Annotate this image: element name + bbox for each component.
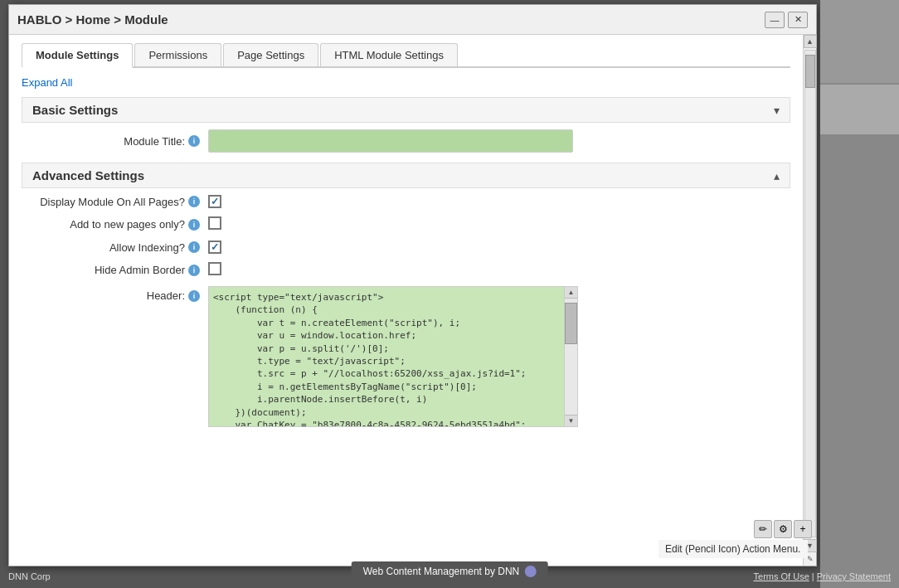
allow-indexing-label: Allow Indexing? i: [26, 241, 208, 254]
header-info-icon[interactable]: i: [188, 290, 200, 302]
action-toolbar: ✏ ⚙ +: [754, 520, 812, 538]
tab-html-module-settings[interactable]: HTML Module Settings: [320, 43, 458, 66]
add-new-pages-checkbox[interactable]: [208, 216, 221, 230]
modal-title: HABLO > Home > Module: [17, 12, 168, 27]
allow-indexing-checkbox[interactable]: [208, 241, 221, 254]
header-textarea-wrap: <script type="text/javascript"> (functio…: [208, 286, 786, 427]
plus-button[interactable]: +: [794, 520, 812, 538]
terms-link[interactable]: Terms Of Use: [754, 571, 809, 581]
display-all-pages-checkbox-wrap: [208, 195, 786, 208]
advanced-settings-body: Display Module On All Pages? i Add to ne…: [22, 195, 790, 427]
header-label: Header: i: [26, 286, 208, 302]
right-panel-mid: [820, 85, 899, 134]
module-title-input[interactable]: [208, 129, 573, 153]
scroll-up-arrow[interactable]: ▲: [804, 35, 817, 48]
hide-admin-border-checkbox[interactable]: [208, 262, 221, 275]
scroll-thumb[interactable]: [805, 55, 815, 88]
copyright-text: DNN Corp: [8, 571, 51, 581]
textarea-scroll-up[interactable]: ▲: [565, 287, 577, 299]
module-title-input-wrap: [208, 129, 786, 153]
hint-text: Edit (Pencil Icon) Action Menu.: [658, 540, 808, 558]
display-all-pages-row: Display Module On All Pages? i: [22, 195, 790, 208]
advanced-settings-title: Advanced Settings: [32, 168, 144, 182]
module-title-label: Module Title: i: [26, 135, 208, 148]
textarea-scroll-thumb[interactable]: [565, 303, 577, 344]
modal-titlebar: HABLO > Home > Module — ✕: [9, 5, 816, 35]
basic-settings-title: Basic Settings: [32, 103, 118, 117]
add-new-pages-row: Add to new pages only? i: [22, 216, 790, 232]
minimize-button[interactable]: —: [765, 12, 785, 28]
right-panel-top: [820, 0, 899, 83]
tab-module-settings[interactable]: Module Settings: [22, 43, 133, 68]
right-side-panel: [820, 0, 899, 588]
basic-settings-header[interactable]: Basic Settings ▾: [22, 97, 790, 123]
modal-body: Module Settings Permissions Page Setting…: [9, 35, 816, 566]
display-all-pages-info-icon[interactable]: i: [188, 196, 200, 207]
pencil-button[interactable]: ✏: [754, 520, 772, 538]
header-textarea[interactable]: <script type="text/javascript"> (functio…: [208, 286, 565, 427]
basic-settings-body: Module Title: i: [22, 129, 790, 153]
textarea-scroll-track: [565, 299, 577, 415]
tabs-bar: Module Settings Permissions Page Setting…: [22, 43, 790, 68]
allow-indexing-info-icon[interactable]: i: [188, 241, 200, 253]
main-content-area: Module Settings Permissions Page Setting…: [9, 35, 803, 566]
hide-admin-border-row: Hide Admin Border i: [22, 262, 790, 278]
allow-indexing-row: Allow Indexing? i: [22, 241, 790, 254]
scroll-track: [804, 50, 816, 537]
advanced-settings-chevron: ▴: [774, 169, 780, 182]
background: HABLO > Home > Module — ✕ Module Setting…: [0, 0, 899, 588]
tab-page-settings[interactable]: Page Settings: [223, 43, 318, 66]
dnn-label: Web Content Management by DNN: [363, 566, 520, 577]
hide-admin-border-label: Hide Admin Border i: [26, 264, 208, 276]
hide-admin-border-checkbox-wrap: [208, 262, 786, 278]
allow-indexing-checkbox-wrap: [208, 241, 786, 254]
advanced-settings-header[interactable]: Advanced Settings ▴: [22, 163, 790, 188]
expand-all-link[interactable]: Expand All: [22, 76, 72, 89]
add-new-pages-checkbox-wrap: [208, 216, 786, 232]
basic-settings-chevron: ▾: [774, 104, 780, 117]
close-button[interactable]: ✕: [788, 12, 808, 28]
module-title-info-icon[interactable]: i: [188, 135, 200, 147]
privacy-link[interactable]: Privacy Statement: [817, 571, 891, 581]
textarea-scroll-down[interactable]: ▼: [565, 415, 577, 426]
header-textarea-scrollbar: ▲ ▼: [565, 286, 578, 427]
dnn-footer: Web Content Management by DNN: [352, 561, 548, 581]
main-scrollbar: ▲ ▼ ✎: [803, 35, 816, 566]
dnn-icon: [524, 566, 536, 577]
modal-window: HABLO > Home > Module — ✕ Module Setting…: [8, 4, 817, 566]
tab-permissions[interactable]: Permissions: [134, 43, 221, 66]
dnn-button[interactable]: Web Content Management by DNN: [352, 561, 548, 581]
hide-admin-border-info-icon[interactable]: i: [188, 265, 200, 276]
add-new-pages-label: Add to new pages only? i: [26, 218, 208, 231]
display-all-pages-checkbox[interactable]: [208, 195, 221, 208]
header-row: Header: i <script type="text/javascript"…: [22, 286, 790, 427]
gear-button[interactable]: ⚙: [774, 520, 792, 538]
add-new-pages-info-icon[interactable]: i: [188, 219, 200, 231]
footer-links: Terms Of Use | Privacy Statement: [754, 571, 891, 581]
display-all-pages-label: Display Module On All Pages? i: [26, 196, 208, 208]
header-textarea-container: <script type="text/javascript"> (functio…: [208, 286, 786, 427]
module-title-row: Module Title: i: [22, 129, 790, 153]
modal-controls: — ✕: [765, 12, 808, 28]
